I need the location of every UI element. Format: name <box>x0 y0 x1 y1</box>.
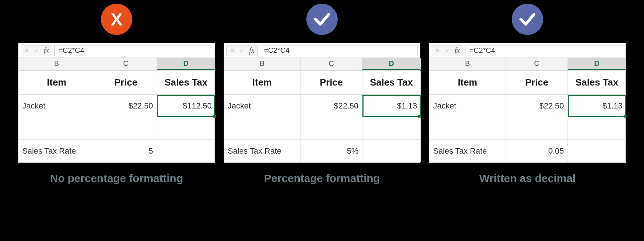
cell-empty[interactable] <box>362 140 421 162</box>
column-header-d[interactable]: D <box>157 58 215 70</box>
column-header-c[interactable]: C <box>95 58 157 70</box>
header-item[interactable]: Item <box>224 71 301 95</box>
enter-icon[interactable]: ✓ <box>34 47 39 55</box>
cell-empty[interactable] <box>95 117 157 140</box>
cancel-icon[interactable]: ✕ <box>229 47 235 55</box>
cell-empty[interactable] <box>157 117 215 140</box>
cell-rate-label[interactable]: Sales Tax Rate <box>224 140 301 162</box>
cancel-icon[interactable]: ✕ <box>24 47 30 55</box>
cell-empty[interactable] <box>19 117 95 140</box>
cell-sales-tax[interactable]: $1.13 <box>568 95 626 117</box>
table-row <box>429 117 625 140</box>
cell-empty[interactable] <box>157 140 215 162</box>
fx-icon[interactable]: fx <box>455 46 460 55</box>
cell-rate-value[interactable]: 5% <box>301 140 362 162</box>
formula-input[interactable]: =C2*C4 <box>54 45 212 56</box>
cell-empty[interactable] <box>224 117 301 140</box>
excel-spreadsheet: ✕ ✓ fx =C2*C4 B C D Item Price Sales Tax… <box>18 43 215 163</box>
x-icon: X <box>111 9 122 29</box>
cell-price[interactable]: $22.50 <box>95 95 157 117</box>
table-row: Jacket $22.50 $112.50 <box>19 95 215 117</box>
header-item[interactable]: Item <box>19 71 95 95</box>
table-row: Sales Tax Rate 0.05 <box>429 140 625 162</box>
formula-bar: ✕ ✓ fx =C2*C4 <box>429 43 625 58</box>
excel-spreadsheet: ✕ ✓ fx =C2*C4 B C D Item Price Sales Tax… <box>224 43 420 163</box>
enter-icon[interactable]: ✓ <box>239 47 245 55</box>
column-header-b[interactable]: B <box>224 58 301 70</box>
formula-input[interactable]: =C2*C4 <box>260 45 418 56</box>
fx-icon[interactable]: fx <box>249 46 254 55</box>
formula-bar-buttons: ✕ ✓ fx <box>21 45 52 56</box>
formula-bar-buttons: ✕ ✓ fx <box>432 45 463 56</box>
table-header-row: Item Price Sales Tax <box>224 71 420 95</box>
cancel-icon[interactable]: ✕ <box>435 47 440 55</box>
table-row: Sales Tax Rate 5% <box>224 140 420 162</box>
excel-panel-3: ✕ ✓ fx =C2*C4 B C D Item Price Sales Tax… <box>429 0 626 241</box>
header-sales-tax[interactable]: Sales Tax <box>568 71 626 95</box>
column-header-c[interactable]: C <box>506 58 568 70</box>
header-sales-tax[interactable]: Sales Tax <box>157 71 215 95</box>
cell-rate-label[interactable]: Sales Tax Rate <box>429 140 506 162</box>
column-headers: B C D <box>224 58 420 71</box>
header-item[interactable]: Item <box>429 71 506 95</box>
cell-rate-value[interactable]: 0.05 <box>506 140 568 162</box>
cell-empty[interactable] <box>362 117 421 140</box>
table-row: Jacket $22.50 $1.13 <box>224 95 420 117</box>
formula-bar: ✕ ✓ fx =C2*C4 <box>224 43 420 58</box>
excel-panel-1: X ✕ ✓ fx =C2*C4 B C D Item Price Sales T… <box>18 0 215 241</box>
header-price[interactable]: Price <box>506 71 568 95</box>
cell-empty[interactable] <box>301 117 362 140</box>
success-badge <box>512 4 543 35</box>
column-headers: B C D <box>19 58 215 71</box>
excel-spreadsheet: ✕ ✓ fx =C2*C4 B C D Item Price Sales Tax… <box>429 43 626 163</box>
cell-price[interactable]: $22.50 <box>506 95 568 117</box>
table-row: Sales Tax Rate 5 <box>19 140 215 162</box>
formula-bar-buttons: ✕ ✓ fx <box>226 45 258 56</box>
table-row: Jacket $22.50 $1.13 <box>429 95 625 117</box>
column-header-b[interactable]: B <box>429 58 506 70</box>
panel-caption: Written as decimal <box>479 172 576 185</box>
column-header-c[interactable]: C <box>301 58 362 70</box>
formula-bar: ✕ ✓ fx =C2*C4 <box>19 43 215 58</box>
table-header-row: Item Price Sales Tax <box>429 71 625 95</box>
header-price[interactable]: Price <box>301 71 362 95</box>
panel-caption: No percentage formatting <box>50 172 183 185</box>
cell-empty[interactable] <box>506 117 568 140</box>
enter-icon[interactable]: ✓ <box>445 47 450 55</box>
formula-input[interactable]: =C2*C4 <box>465 45 623 56</box>
cell-item[interactable]: Jacket <box>429 95 506 117</box>
column-header-b[interactable]: B <box>19 58 95 70</box>
column-header-d[interactable]: D <box>362 58 421 70</box>
table-row <box>19 117 215 140</box>
cell-item[interactable]: Jacket <box>19 95 95 117</box>
cell-empty[interactable] <box>429 117 506 140</box>
cell-empty[interactable] <box>568 117 626 140</box>
cell-rate-label[interactable]: Sales Tax Rate <box>19 140 95 162</box>
check-icon <box>518 9 537 29</box>
excel-panel-2: ✕ ✓ fx =C2*C4 B C D Item Price Sales Tax… <box>224 0 420 241</box>
cell-rate-value[interactable]: 5 <box>95 140 157 162</box>
cell-sales-tax[interactable]: $112.50 <box>157 95 215 117</box>
cell-empty[interactable] <box>568 140 626 162</box>
column-headers: B C D <box>429 58 625 71</box>
table-row <box>224 117 420 140</box>
column-header-d[interactable]: D <box>568 58 626 70</box>
table-header-row: Item Price Sales Tax <box>19 71 215 95</box>
cell-item[interactable]: Jacket <box>224 95 301 117</box>
cell-price[interactable]: $22.50 <box>301 95 362 117</box>
check-icon <box>312 9 332 29</box>
header-price[interactable]: Price <box>95 71 157 95</box>
fx-icon[interactable]: fx <box>44 46 49 55</box>
cell-sales-tax[interactable]: $1.13 <box>362 95 421 117</box>
error-badge: X <box>101 4 132 35</box>
success-badge <box>306 4 338 35</box>
header-sales-tax[interactable]: Sales Tax <box>362 71 421 95</box>
panel-caption: Percentage formatting <box>264 172 380 185</box>
